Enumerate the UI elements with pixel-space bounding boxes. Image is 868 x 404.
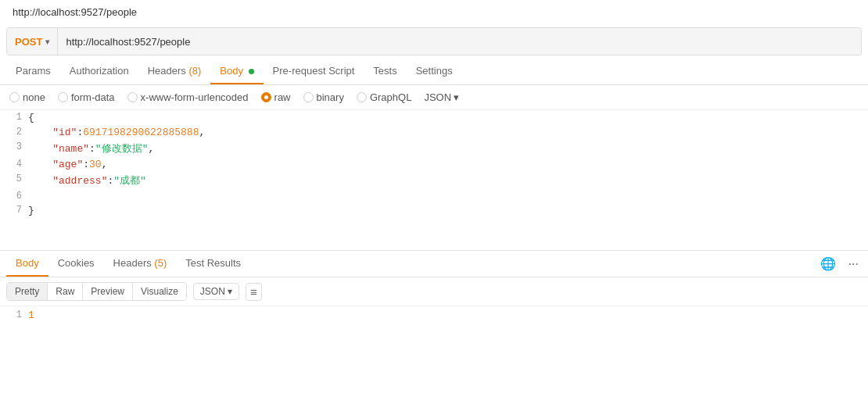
response-headers-badge: (5) [154,257,167,269]
line-content-3: "name":"修改数据", [28,140,868,157]
response-tab-body[interactable]: Body [6,251,48,277]
body-type-urlencoded[interactable]: x-www-form-urlencoded [127,91,249,103]
line-content-1: { [28,110,868,125]
radio-none [9,92,20,102]
code-lines: 1 { 2 "id":6917198290622885888, 3 "name"… [0,110,868,218]
response-tab-right-icons: 🌐 ··· [817,253,862,274]
radio-graphql [357,92,367,102]
line-num-1: 1 [0,110,28,125]
json-chevron-icon: ▾ [454,91,459,103]
response-line-1: 1 1 [0,309,868,321]
body-type-binary[interactable]: binary [303,91,344,103]
format-preview-button[interactable]: Preview [83,283,133,300]
request-tabs: Params Authorization Headers (8) Body Pr… [0,59,868,85]
response-tab-cookies[interactable]: Cookies [48,251,104,277]
line-content-7: } [28,203,868,218]
radio-urlencoded [127,92,138,102]
response-tab-body-label: Body [16,257,39,269]
editor-line-4: 4 "age":30, [0,157,868,172]
format-raw-button[interactable]: Raw [48,283,83,300]
url-bar-top: http://localhost:9527/people [0,0,868,24]
radio-formdata [58,92,68,102]
line-num-4: 4 [0,157,28,172]
editor-line-3: 3 "name":"修改数据", [0,140,868,157]
editor-line-7: 7 } [0,203,868,218]
tab-prerequest[interactable]: Pre-request Script [264,59,364,84]
tab-headers[interactable]: Headers (8) [138,59,211,84]
body-type-raw[interactable]: raw [261,91,291,103]
tab-body-label: Body [220,65,243,77]
response-line-content-1: 1 [28,309,34,321]
line-num-2: 2 [0,125,28,140]
tab-authorization[interactable]: Authorization [60,59,138,84]
editor-line-2: 2 "id":6917198290622885888, [0,125,868,140]
editor-line-6: 6 [0,189,868,203]
line-content-5: "address":"成都" [28,172,868,189]
response-tab-testresults-label: Test Results [185,257,241,269]
radio-binary [303,92,314,102]
tab-params-label: Params [16,65,51,77]
response-line-num-1: 1 [0,309,28,321]
body-type-none-label: none [23,91,45,103]
response-tab-cookies-label: Cookies [58,257,95,269]
chevron-down-icon: ▾ [45,38,49,46]
tab-params[interactable]: Params [6,59,60,84]
response-tab-testresults[interactable]: Test Results [176,251,250,277]
url-display: http://localhost:9527/people [13,6,137,18]
body-type-formdata-label: form-data [71,91,115,103]
body-type-raw-label: raw [274,91,291,103]
json-format-label: JSON [424,91,451,103]
body-type-row: none form-data x-www-form-urlencoded raw… [0,85,868,110]
body-type-none[interactable]: none [9,91,45,103]
response-tab-headers[interactable]: Headers (5) [104,251,177,277]
response-json-label: JSON [200,286,225,297]
editor-line-5: 5 "address":"成都" [0,172,868,189]
body-type-graphql[interactable]: GraphQL [357,91,411,103]
radio-raw [261,92,271,102]
globe-icon[interactable]: 🌐 [817,253,839,274]
response-tabs: Body Cookies Headers (5) Test Results 🌐 … [0,251,868,277]
tab-authorization-label: Authorization [70,65,129,77]
tab-body[interactable]: Body [210,59,263,84]
response-json-chevron-icon: ▾ [228,286,232,297]
body-type-formdata[interactable]: form-data [58,91,115,103]
more-options-icon[interactable]: ··· [845,254,862,274]
tab-settings-label: Settings [416,65,453,77]
tab-prerequest-label: Pre-request Script [273,65,355,77]
line-content-2: "id":6917198290622885888, [28,125,868,140]
format-visualize-button[interactable]: Visualize [133,283,186,300]
line-num-3: 3 [0,140,28,157]
tab-settings[interactable]: Settings [407,59,462,84]
editor-line-1: 1 { [0,110,868,125]
line-content-4: "age":30, [28,157,868,172]
wrap-icon[interactable]: ≡ [246,283,262,301]
response-body-editor: 1 1 [0,306,868,324]
headers-badge: (8) [188,65,201,77]
url-input[interactable] [58,36,861,48]
line-content-6 [28,189,868,203]
body-type-urlencoded-label: x-www-form-urlencoded [141,91,249,103]
body-dot-indicator [249,69,254,74]
method-label: POST [15,36,42,48]
json-format-selector[interactable]: JSON ▾ [424,91,459,103]
method-select[interactable]: POST ▾ [7,28,58,55]
tab-tests[interactable]: Tests [364,59,406,84]
tab-tests-label: Tests [373,65,396,77]
body-type-binary-label: binary [317,91,344,103]
response-tab-headers-label: Headers (5) [113,257,167,269]
response-format-group: Pretty Raw Preview Visualize [6,282,187,301]
response-toolbar: Pretty Raw Preview Visualize JSON ▾ ≡ [0,277,868,306]
body-type-graphql-label: GraphQL [370,91,411,103]
tab-headers-label: Headers (8) [148,65,202,77]
line-num-6: 6 [0,189,28,203]
request-row: POST ▾ [6,27,862,55]
response-json-dropdown[interactable]: JSON ▾ [193,283,239,300]
line-num-7: 7 [0,203,28,218]
format-pretty-button[interactable]: Pretty [7,283,48,300]
request-body-editor[interactable]: 1 { 2 "id":6917198290622885888, 3 "name"… [0,110,868,251]
line-num-5: 5 [0,172,28,189]
